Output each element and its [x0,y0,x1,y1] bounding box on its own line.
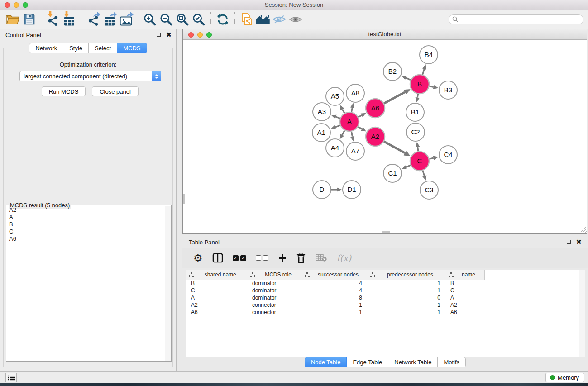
graph-node-A5[interactable]: A5 [326,87,344,105]
graph-node-A4[interactable]: A4 [326,139,344,157]
graph-edge-A6-B[interactable] [384,92,405,104]
show-hide-graphics-details-icon[interactable] [271,11,287,28]
select-all-icon[interactable]: ✓✓ [233,255,246,261]
eye-icon[interactable] [287,11,304,28]
graph-node-C2[interactable]: C2 [406,123,425,141]
graph-edge-A-A7[interactable] [351,132,352,137]
graph-node-C3[interactable]: C3 [420,181,438,199]
first-neighbors-icon[interactable] [255,11,271,28]
table-options-gear-icon[interactable]: ⚙ [193,253,203,263]
graph-edge-A-A6[interactable] [358,115,361,117]
export-table-icon[interactable] [101,11,118,28]
table-row[interactable]: A2connector11A2 [186,301,579,309]
close-network-window-icon[interactable] [188,32,194,38]
zoom-out-icon[interactable] [158,11,174,28]
float-table-panel-icon[interactable] [567,240,571,244]
table-scrollbar[interactable] [579,270,585,357]
export-image-icon[interactable] [118,11,134,28]
graph-edge-B-B2[interactable] [406,78,411,80]
zoom-selected-icon[interactable] [191,11,207,28]
tab-network[interactable]: Network [29,43,63,53]
graph-edge-A-A1[interactable] [335,125,340,127]
tab-select[interactable]: Select [89,43,117,53]
mcds-result-item[interactable]: A6 [7,235,164,243]
graph-node-B[interactable]: B [410,75,429,94]
minimize-network-window-icon[interactable] [197,32,203,38]
table-row[interactable]: Cdominator41C [186,287,579,294]
show-column-icon[interactable] [212,253,223,263]
graph-node-A3[interactable]: A3 [313,103,331,121]
mcds-result-item[interactable]: A2 [7,206,164,214]
graph-node-C4[interactable]: C4 [439,146,457,164]
delete-table-icon[interactable] [315,254,327,262]
tab-node-table[interactable]: Node Table [305,357,347,367]
graph-node-A2[interactable]: A2 [366,127,385,146]
graph-edge-B-B4[interactable] [422,69,424,75]
delete-columns-icon[interactable] [296,253,306,263]
tab-edge-table[interactable]: Edge Table [347,357,388,367]
column-header-successor-nodes[interactable]: successor nodes [302,270,368,280]
optimization-criterion-dropdown[interactable]: largest connected component (directed) [19,71,161,81]
deselect-all-icon[interactable] [256,255,268,261]
export-network-icon[interactable] [85,11,101,28]
import-table-icon[interactable] [61,11,77,28]
close-window-icon[interactable] [5,2,10,8]
graph-node-A7[interactable]: A7 [346,142,364,160]
import-network-icon[interactable] [45,11,61,28]
close-panel-icon[interactable]: ✖ [166,32,172,37]
graph-node-B4[interactable]: B4 [420,46,438,64]
graph-node-A8[interactable]: A8 [346,84,364,102]
memory-button[interactable]: Memory [545,373,584,382]
graph-node-A[interactable]: A [340,112,359,131]
tab-mcds[interactable]: MCDS [117,43,147,53]
tab-network-table[interactable]: Network Table [388,357,438,367]
network-canvas[interactable]: AA1A2A3A4A5A6A7A8BB1B2B3B4CC1C2C3C4DD1 [183,40,587,233]
graph-edge-C-C3[interactable] [423,171,425,176]
graph-edge-A-A5[interactable] [342,110,344,113]
left-scrollbar-thumb[interactable] [183,194,185,204]
mcds-result-item[interactable]: C [7,228,164,235]
graph-node-B3[interactable]: B3 [439,81,457,99]
tab-motifs[interactable]: Motifs [438,357,466,367]
table-row[interactable]: Bdominator41B [186,280,579,287]
column-header-MCDS-role[interactable]: MCDS role [248,270,302,280]
graph-edge-A-A2[interactable] [358,127,362,129]
table-row[interactable]: Adominator80A [186,294,579,301]
search-box[interactable] [449,14,583,24]
search-input[interactable] [460,15,583,24]
zoom-in-icon[interactable] [142,11,158,28]
task-history-button[interactable] [5,373,17,382]
graph-edge-C-C1[interactable] [406,165,411,167]
run-mcds-button[interactable]: Run MCDS [42,86,86,96]
open-session-icon[interactable] [5,11,21,28]
tab-style[interactable]: Style [63,43,89,53]
graph-edge-A2-C[interactable] [384,142,405,153]
graph-node-B2[interactable]: B2 [383,62,402,81]
graph-edge-B-B3[interactable] [430,86,434,87]
graph-node-C1[interactable]: C1 [383,164,402,182]
refresh-layout-icon[interactable] [215,11,231,28]
graph-edge-B-B1[interactable] [417,94,418,98]
maximize-window-icon[interactable] [23,2,28,8]
graph-node-B1[interactable]: B1 [406,103,424,121]
table-row[interactable]: A6connector11A6 [186,309,579,316]
graph-node-A6[interactable]: A6 [366,99,385,118]
zoom-fit-icon[interactable] [174,11,191,28]
mcds-list-scrollbar[interactable] [165,206,171,361]
maximize-network-window-icon[interactable] [206,32,212,38]
graph-edge-A-A3[interactable] [336,117,340,118]
new-network-from-selection-icon[interactable] [239,11,255,28]
column-header-shared-name[interactable]: shared name [186,270,248,280]
graph-node-D1[interactable]: D1 [343,181,361,199]
graph-node-A1[interactable]: A1 [312,124,330,142]
minimize-window-icon[interactable] [14,2,19,8]
close-table-panel-icon[interactable]: ✖ [576,239,582,244]
graph-edge-C-C2[interactable] [418,147,418,152]
mcds-result-item[interactable]: B [7,221,164,228]
graph-edge-A-A4[interactable] [342,130,344,135]
graph-node-C[interactable]: C [410,152,429,171]
column-header-name[interactable]: name [446,270,484,280]
mcds-result-item[interactable]: A [7,214,164,221]
graph-edge-C-C4[interactable] [429,158,433,159]
network-window-titlebar[interactable]: testGlobe.txt [183,29,587,40]
